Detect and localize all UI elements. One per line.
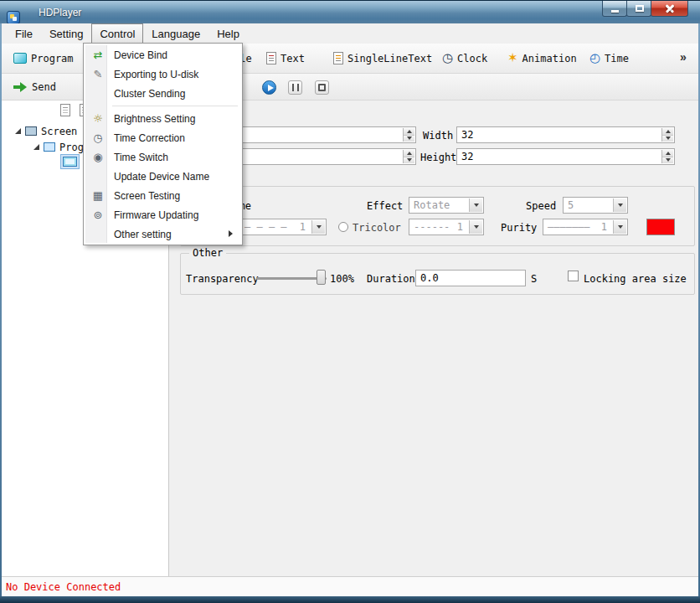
area-icon <box>63 157 77 167</box>
single-line-text-icon <box>333 52 343 64</box>
hdplayer-window: HDPlayer File Setting Control Language H… <box>0 0 700 603</box>
menu-item-time-switch[interactable]: ◉ Time Switch <box>85 147 240 167</box>
dropdown-arrow-icon[interactable] <box>469 220 482 234</box>
duration-field[interactable]: 0.0 <box>415 270 526 286</box>
page-icon <box>60 104 70 116</box>
purity-line-style-dropdown[interactable]: ——————— 1 <box>543 219 628 235</box>
menu-item-update-device-name[interactable]: Update Device Name <box>85 167 240 186</box>
properties-panel <box>169 100 698 576</box>
menu-file[interactable]: File <box>7 23 41 44</box>
line-pattern: ------ <box>414 221 450 233</box>
line-width-value: 1 <box>457 221 463 233</box>
menu-item-cluster-sending[interactable]: Cluster Sending <box>85 84 240 103</box>
dropdown-arrow-icon[interactable] <box>311 220 325 234</box>
tricolor-radio[interactable] <box>338 222 348 232</box>
menu-item-label: Screen Testing <box>114 190 180 202</box>
tree-tool-button-1[interactable] <box>60 104 70 120</box>
play-button[interactable] <box>262 80 276 95</box>
toolbar-item-clock[interactable]: ◷ Clock <box>442 44 487 73</box>
maximize-button[interactable] <box>626 1 651 17</box>
speed-label: Speed <box>526 200 556 212</box>
toolbar-overflow-chevron[interactable]: » <box>680 50 687 64</box>
tree-item-area[interactable] <box>60 154 80 168</box>
time-icon: ◴ <box>589 52 600 64</box>
menu-item-brightness-setting[interactable]: ☼ Brightness Setting <box>85 109 240 128</box>
speed-dropdown[interactable]: 5 <box>563 197 628 214</box>
menu-setting[interactable]: Setting <box>41 23 91 44</box>
menu-language[interactable]: Language <box>143 23 208 44</box>
clock-icon: ◷ <box>442 52 453 64</box>
brightness-icon: ☼ <box>90 113 106 124</box>
menu-item-label: Brightness Setting <box>114 113 195 125</box>
send-button-label: Send <box>32 81 56 93</box>
toolbar-item-single-line-text[interactable]: SingleLineText <box>333 44 432 73</box>
duration-label: Duration <box>367 273 415 285</box>
menu-item-other-setting[interactable]: Other setting <box>85 224 240 244</box>
line-pattern: ——————— <box>548 221 590 233</box>
effect-label: Effect <box>367 200 403 212</box>
pause-button[interactable] <box>288 80 302 95</box>
toolbar-item-program[interactable]: Program <box>13 44 74 73</box>
height-spinner[interactable] <box>661 150 673 163</box>
toolbar-item-label: Animation <box>522 53 577 64</box>
expand-arrow-icon[interactable] <box>33 144 39 150</box>
purity-label: Purity <box>501 222 537 234</box>
menu-item-label: Time Correction <box>114 132 185 144</box>
transparency-slider-thumb[interactable] <box>317 270 326 285</box>
play-icon <box>268 85 274 91</box>
toolbar-item-animation[interactable]: ✶ Animation <box>507 44 577 73</box>
program-node-icon <box>44 142 55 152</box>
program-icon <box>13 53 27 64</box>
menu-item-exporting-to-udisk[interactable]: ✎ Exporting to U-disk <box>85 64 240 84</box>
menu-item-device-bind[interactable]: ⇄ Device Bind <box>85 45 240 64</box>
dropdown-arrow-icon[interactable] <box>613 220 626 234</box>
width-label: Width <box>423 130 453 142</box>
screen-testing-icon: ▦ <box>90 190 106 201</box>
menu-item-label: Update Device Name <box>114 171 209 183</box>
width-field[interactable]: 32 <box>456 126 675 143</box>
toolbar-item-label: Clock <box>457 53 487 64</box>
maximize-icon <box>636 5 644 12</box>
line-pattern: — — — — <box>244 221 287 233</box>
menu-item-time-correction[interactable]: ◷ Time Correction <box>85 128 240 147</box>
window-frame-bottom <box>0 596 700 603</box>
send-button[interactable]: Send <box>13 74 56 100</box>
stop-icon <box>318 84 326 91</box>
other-group-title: Other <box>189 247 226 259</box>
transparency-value: 100% <box>330 273 354 285</box>
selected-node-highlight <box>60 154 80 169</box>
toolbar-item-time[interactable]: ◴ Time <box>589 44 629 73</box>
dropdown-arrow-icon[interactable] <box>469 198 482 212</box>
stop-button[interactable] <box>315 80 329 95</box>
height-field[interactable]: 32 <box>456 148 675 165</box>
window-title: HDPlayer <box>39 7 81 18</box>
titlebar[interactable]: HDPlayer <box>0 0 700 23</box>
toolbar-item-label: Time <box>605 53 629 64</box>
effect-dropdown[interactable]: Rotate <box>409 197 484 214</box>
control-menu-popup: ⇄ Device Bind ✎ Exporting to U-disk Clus… <box>83 43 243 245</box>
dropdown-arrow-icon[interactable] <box>613 198 626 212</box>
menu-item-label: Cluster Sending <box>114 88 185 100</box>
x-spinner[interactable] <box>403 128 414 142</box>
close-button[interactable] <box>651 1 688 17</box>
line-width-value: 1 <box>300 221 306 233</box>
single-line-style-dropdown[interactable]: — — — — 1 <box>239 219 327 235</box>
tree-item-screen[interactable]: Screen <box>15 124 77 138</box>
time-correction-icon: ◷ <box>90 132 106 143</box>
menu-help[interactable]: Help <box>208 23 248 44</box>
minimize-button[interactable] <box>602 1 627 17</box>
line-width-value: 1 <box>601 221 607 233</box>
menu-item-firmware-updating[interactable]: ⊚ Firmware Updating <box>85 205 240 224</box>
menu-control[interactable]: Control <box>91 23 143 44</box>
toolbar-item-text[interactable]: Text <box>266 44 305 73</box>
width-spinner[interactable] <box>661 128 673 142</box>
expand-arrow-icon[interactable] <box>15 128 21 134</box>
tricolor-label: Tricolor <box>353 222 401 234</box>
y-spinner[interactable] <box>403 150 414 163</box>
menu-item-screen-testing[interactable]: ▦ Screen Testing <box>85 186 240 205</box>
statusbar: No Device Connected <box>2 576 698 596</box>
tricolor-line-style-dropdown[interactable]: ------ 1 <box>409 219 484 235</box>
locking-area-size-checkbox[interactable] <box>568 271 579 281</box>
duration-unit: S <box>531 273 537 285</box>
frame-color-swatch[interactable] <box>646 219 675 235</box>
